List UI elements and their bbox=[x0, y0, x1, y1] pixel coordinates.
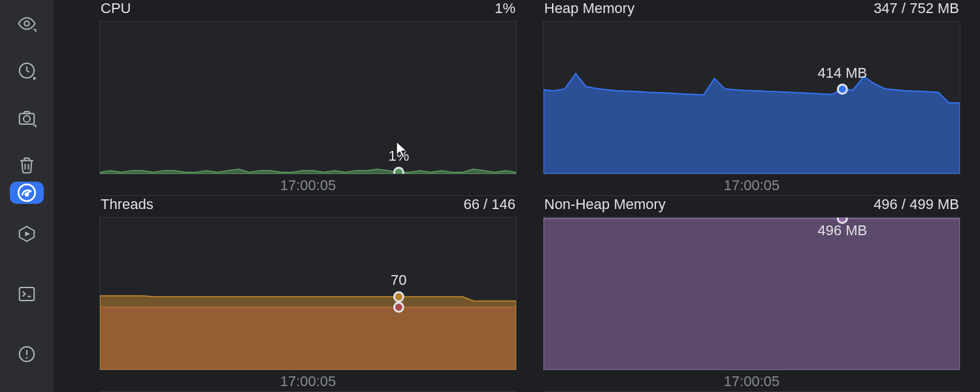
svg-rect-9 bbox=[20, 287, 35, 301]
svg-point-11 bbox=[26, 357, 28, 359]
svg-marker-2 bbox=[33, 76, 37, 80]
nonheap-value: 496 / 499 MB bbox=[874, 196, 959, 213]
heap-panel: Heap Memory 347 / 752 MB 414 MB 17:00:05 bbox=[543, 0, 960, 196]
trash-icon[interactable] bbox=[10, 148, 44, 182]
svg-text:414 MB: 414 MB bbox=[818, 65, 868, 81]
cpu-panel: CPU 1% 1% 17:00:05 bbox=[99, 0, 517, 196]
terminal-icon[interactable] bbox=[10, 277, 44, 311]
nonheap-x-label: 17:00:05 bbox=[543, 373, 960, 391]
svg-point-4 bbox=[24, 116, 30, 122]
heap-x-label: 17:00:05 bbox=[543, 177, 960, 195]
threads-panel: Threads 66 / 146 70 17:00:05 bbox=[99, 196, 517, 392]
heap-title: Heap Memory bbox=[544, 0, 634, 17]
left-tool-sidebar bbox=[0, 0, 54, 392]
sidebar-top-group bbox=[10, 7, 44, 182]
chart-grid: CPU 1% 1% 17:00:05 Heap Memory 347 / 752… bbox=[99, 0, 960, 392]
cpu-title: CPU bbox=[101, 0, 131, 17]
recent-icon[interactable] bbox=[10, 54, 44, 88]
threads-x-label: 17:00:05 bbox=[99, 373, 517, 391]
eye-icon[interactable] bbox=[10, 7, 44, 41]
svg-text:496 MB: 496 MB bbox=[818, 222, 868, 238]
threads-chart[interactable]: 70 bbox=[99, 217, 517, 370]
gauge-icon[interactable] bbox=[10, 182, 44, 204]
svg-point-0 bbox=[24, 21, 29, 26]
svg-point-17 bbox=[838, 85, 847, 94]
heap-value: 347 / 752 MB bbox=[874, 0, 959, 17]
nonheap-chart[interactable]: 496 MB bbox=[543, 217, 960, 370]
svg-marker-8 bbox=[25, 231, 31, 237]
services-icon[interactable] bbox=[10, 217, 44, 251]
camera-icon[interactable] bbox=[10, 101, 44, 135]
cpu-chart[interactable]: 1% bbox=[99, 21, 517, 174]
sidebar-bottom-group bbox=[10, 217, 44, 392]
threads-title: Threads bbox=[101, 196, 154, 213]
svg-text:70: 70 bbox=[391, 272, 406, 288]
svg-point-19 bbox=[394, 292, 403, 301]
nonheap-panel: Non-Heap Memory 496 / 499 MB 496 MB 17:0… bbox=[543, 196, 960, 392]
nonheap-title: Non-Heap Memory bbox=[544, 196, 666, 213]
svg-point-21 bbox=[394, 302, 403, 312]
threads-value: 66 / 146 bbox=[463, 196, 515, 213]
svg-point-15 bbox=[394, 168, 403, 174]
svg-text:1%: 1% bbox=[388, 148, 409, 164]
problems-icon[interactable] bbox=[10, 337, 44, 371]
profiler-chart-area: CPU 1% 1% 17:00:05 Heap Memory 347 / 752… bbox=[54, 0, 980, 392]
cpu-x-label: 17:00:05 bbox=[99, 177, 517, 195]
cpu-value: 1% bbox=[495, 0, 515, 17]
heap-chart[interactable]: 414 MB bbox=[543, 21, 960, 174]
